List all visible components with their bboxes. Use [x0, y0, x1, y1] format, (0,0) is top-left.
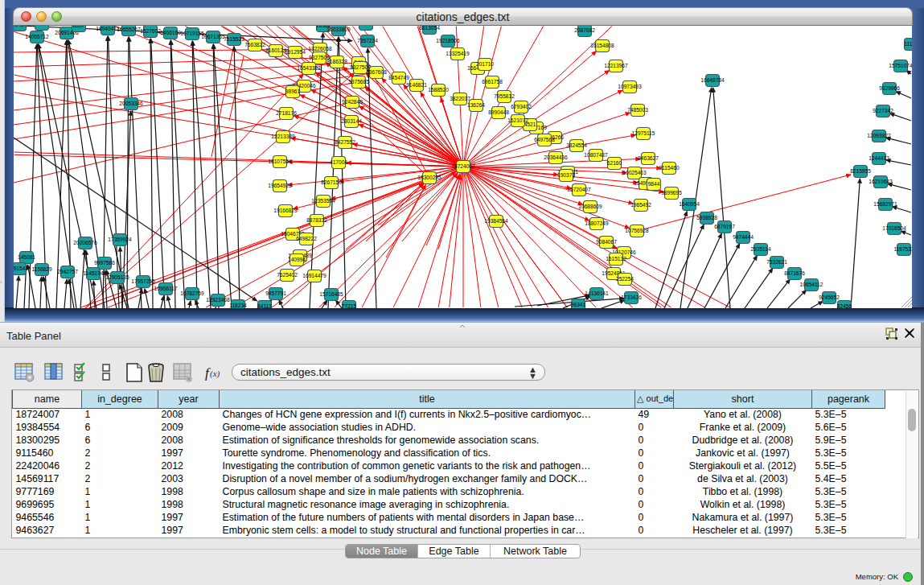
svg-text:3375685: 3375685: [348, 79, 369, 84]
svg-text:1640954: 1640954: [679, 201, 700, 207]
svg-text:9464: 9464: [36, 26, 48, 27]
svg-text:12923468: 12923468: [206, 297, 230, 303]
svg-text:8912954: 8912954: [285, 49, 306, 55]
svg-text:19384554: 19384554: [484, 218, 508, 224]
svg-text:7955812: 7955812: [494, 93, 515, 99]
svg-text:8454749: 8454749: [388, 75, 409, 80]
svg-text:201710: 201710: [476, 61, 494, 67]
svg-text:140994: 140994: [288, 257, 306, 262]
svg-text:7625402: 7625402: [277, 272, 298, 278]
svg-text:5938928: 5938928: [696, 215, 717, 220]
svg-text:7485003: 7485003: [627, 107, 648, 113]
svg-text:13226058: 13226058: [308, 46, 332, 51]
svg-text:14055712: 14055712: [25, 34, 49, 39]
svg-text:17016504: 17016504: [882, 225, 906, 231]
svg-text:10655267: 10655267: [117, 27, 141, 32]
svg-text:15720407: 15720407: [567, 187, 591, 192]
svg-text:6498222: 6498222: [296, 236, 317, 241]
svg-text:252254: 252254: [616, 276, 634, 282]
svg-text:9146821: 9146821: [406, 82, 427, 88]
svg-text:8267150: 8267150: [321, 179, 342, 185]
svg-text:9463627: 9463627: [638, 155, 659, 161]
svg-text:1965492: 1965492: [630, 202, 651, 208]
svg-text:1588520: 1588520: [428, 87, 449, 93]
svg-text:77215: 77215: [342, 303, 357, 308]
svg-text:20364436: 20364436: [544, 154, 568, 160]
svg-text:19654923: 19654923: [268, 183, 292, 188]
svg-text:19166829: 19166829: [273, 208, 298, 213]
svg-text:12213389: 12213389: [271, 134, 295, 139]
svg-text:6961758: 6961758: [482, 79, 503, 84]
svg-text:9084067: 9084067: [596, 239, 617, 245]
svg-text:9115460: 9115460: [659, 165, 680, 171]
svg-text:18807249: 18807249: [585, 220, 609, 226]
svg-text:18724007: 18724007: [451, 163, 475, 169]
svg-text:1145194: 1145194: [83, 270, 104, 276]
svg-text:1733426: 1733426: [621, 295, 642, 300]
svg-text:10671355: 10671355: [201, 34, 225, 39]
svg-text:1008: 1008: [360, 26, 372, 27]
svg-text:20487: 20487: [14, 26, 27, 27]
svg-text:1167533: 1167533: [893, 246, 912, 252]
svg-text:12905135: 12905135: [105, 274, 129, 280]
svg-text:17957255: 17957255: [131, 278, 155, 284]
svg-text:15692971: 15692971: [873, 201, 897, 207]
svg-text:3824554: 3824554: [566, 142, 587, 148]
svg-text:2367608: 2367608: [366, 69, 387, 75]
svg-text:1621072: 1621072: [507, 117, 528, 123]
svg-text:17359924: 17359924: [108, 237, 132, 242]
svg-text:18107554: 18107554: [268, 159, 292, 164]
svg-text:1244413: 1244413: [869, 155, 889, 161]
svg-text:18300295: 18300295: [417, 175, 441, 180]
svg-text:2935114: 2935114: [750, 246, 771, 252]
svg-text:(x): (x): [210, 369, 220, 379]
svg-text:9245652: 9245652: [819, 295, 840, 300]
svg-text:2718176: 2718176: [276, 110, 297, 116]
svg-text:3822037: 3822037: [450, 96, 470, 101]
svg-text:12093822: 12093822: [867, 133, 891, 138]
svg-text:2087682: 2087682: [574, 27, 595, 33]
svg-text:9997586: 9997586: [94, 260, 115, 266]
svg-text:7357224: 7357224: [357, 38, 378, 43]
svg-text:118234: 118234: [229, 303, 247, 308]
svg-text:2803144: 2803144: [341, 118, 362, 124]
svg-text:62160: 62160: [607, 160, 622, 166]
svg-text:10756928: 10756928: [625, 228, 649, 233]
svg-text:16782759: 16782759: [180, 290, 204, 296]
svg-text:16648784: 16648784: [700, 77, 725, 83]
svg-text:8337: 8337: [73, 26, 85, 28]
svg-text:11123: 11123: [904, 41, 912, 47]
svg-text:16914479: 16914479: [302, 273, 326, 278]
svg-text:8427552: 8427552: [335, 139, 355, 145]
svg-text:82456: 82456: [837, 303, 852, 308]
svg-text:84113: 84113: [257, 303, 272, 308]
svg-text:8186328: 8186328: [326, 59, 347, 64]
svg-text:10025463: 10025463: [622, 170, 647, 175]
svg-text:10654112: 10654112: [800, 282, 823, 287]
svg-text:10973493: 10973493: [618, 84, 642, 89]
svg-text:10958117: 10958117: [154, 286, 178, 291]
svg-text:19218506: 19218506: [436, 38, 460, 43]
svg-text:6793402: 6793402: [511, 104, 532, 109]
svg-text:96341: 96341: [571, 302, 586, 307]
svg-text:6879197: 6879197: [714, 224, 735, 229]
svg-text:12975115: 12975115: [632, 130, 655, 136]
svg-text:16210643: 16210643: [869, 179, 893, 184]
svg-text:9457791: 9457791: [265, 290, 286, 296]
svg-text:2942757: 2942757: [57, 269, 78, 274]
svg-text:145061: 145061: [18, 254, 35, 260]
svg-text:12353594: 12353594: [311, 198, 335, 204]
svg-text:7515523: 7515523: [224, 36, 244, 42]
svg-text:9329966: 9329966: [879, 85, 900, 91]
svg-text:391541: 391541: [14, 266, 28, 271]
svg-text:9227342: 9227342: [873, 108, 893, 113]
svg-text:6497568: 6497568: [534, 137, 555, 142]
svg-text:7663822: 7663822: [244, 42, 265, 47]
svg-text:190371: 190371: [557, 172, 575, 178]
svg-text:417004: 417004: [330, 159, 347, 165]
svg-text:15716485: 15716485: [319, 291, 343, 297]
svg-text:20206576: 20206576: [73, 240, 97, 245]
svg-text:8813054: 8813054: [419, 26, 440, 31]
svg-text:16154808: 16154808: [590, 43, 614, 48]
svg-text:8215955: 8215955: [850, 168, 871, 174]
